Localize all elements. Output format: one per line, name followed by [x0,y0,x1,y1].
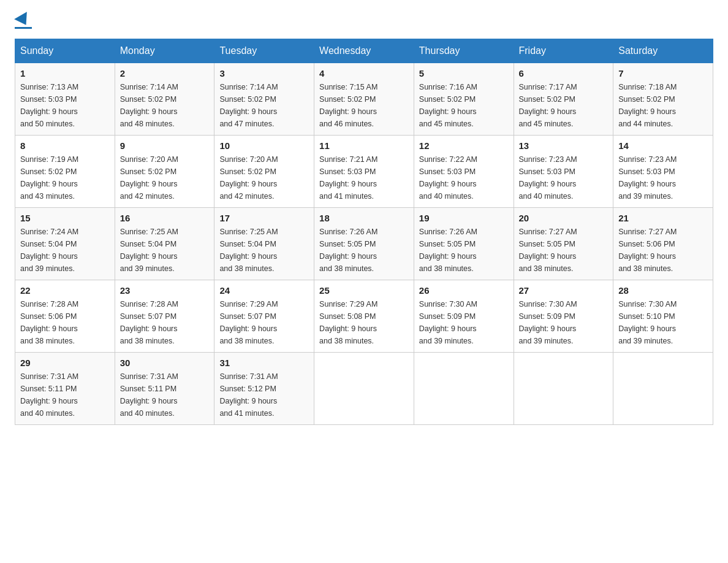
day-number: 21 [618,213,708,223]
day-number: 31 [219,358,309,368]
day-info: Sunrise: 7:25 AMSunset: 5:04 PMDaylight:… [120,226,210,275]
day-number: 7 [618,68,708,79]
day-number: 10 [219,140,309,151]
day-number: 8 [20,140,110,151]
calendar-cell: 29Sunrise: 7:31 AMSunset: 5:11 PMDayligh… [15,353,115,425]
calendar-cell: 30Sunrise: 7:31 AMSunset: 5:11 PMDayligh… [115,353,214,425]
day-info: Sunrise: 7:13 AMSunset: 5:03 PMDaylight:… [20,81,110,130]
logo-triangle-icon [14,12,32,29]
calendar-cell: 24Sunrise: 7:29 AMSunset: 5:07 PMDayligh… [214,280,314,353]
calendar-cell: 27Sunrise: 7:30 AMSunset: 5:09 PMDayligh… [514,280,613,353]
day-info: Sunrise: 7:26 AMSunset: 5:05 PMDaylight:… [319,226,409,275]
day-number: 27 [519,285,609,296]
day-number: 3 [219,68,309,79]
calendar-cell: 9Sunrise: 7:20 AMSunset: 5:02 PMDaylight… [115,136,214,208]
day-number: 4 [319,68,409,79]
day-info: Sunrise: 7:23 AMSunset: 5:03 PMDaylight:… [618,153,708,202]
day-info: Sunrise: 7:25 AMSunset: 5:04 PMDaylight:… [219,226,309,275]
header-tuesday: Tuesday [214,39,314,63]
day-info: Sunrise: 7:29 AMSunset: 5:08 PMDaylight:… [319,298,409,347]
calendar-cell [514,353,613,425]
day-info: Sunrise: 7:29 AMSunset: 5:07 PMDaylight:… [219,298,309,347]
day-number: 13 [519,140,609,151]
calendar-cell: 2Sunrise: 7:14 AMSunset: 5:02 PMDaylight… [115,63,214,136]
calendar-cell: 12Sunrise: 7:22 AMSunset: 5:03 PMDayligh… [414,136,514,208]
calendar-cell: 15Sunrise: 7:24 AMSunset: 5:04 PMDayligh… [15,208,115,280]
day-info: Sunrise: 7:20 AMSunset: 5:02 PMDaylight:… [120,153,210,202]
day-number: 14 [618,140,708,151]
calendar-cell: 26Sunrise: 7:30 AMSunset: 5:09 PMDayligh… [414,280,514,353]
calendar-cell: 4Sunrise: 7:15 AMSunset: 5:02 PMDaylight… [314,63,414,136]
week-row-4: 22Sunrise: 7:28 AMSunset: 5:06 PMDayligh… [15,280,713,353]
day-info: Sunrise: 7:14 AMSunset: 5:02 PMDaylight:… [120,81,210,130]
day-info: Sunrise: 7:23 AMSunset: 5:03 PMDaylight:… [519,153,609,202]
calendar-cell: 10Sunrise: 7:20 AMSunset: 5:02 PMDayligh… [214,136,314,208]
day-number: 15 [20,213,110,223]
header-wednesday: Wednesday [314,39,414,63]
week-row-3: 15Sunrise: 7:24 AMSunset: 5:04 PMDayligh… [15,208,713,280]
day-number: 18 [319,213,409,223]
day-number: 19 [419,213,509,223]
day-info: Sunrise: 7:31 AMSunset: 5:12 PMDaylight:… [219,370,309,419]
day-number: 28 [618,285,708,296]
day-info: Sunrise: 7:27 AMSunset: 5:06 PMDaylight:… [618,226,708,275]
calendar-cell: 7Sunrise: 7:18 AMSunset: 5:02 PMDaylight… [613,63,713,136]
day-number: 26 [419,285,509,296]
logo-text [15,15,32,26]
calendar-cell [414,353,514,425]
day-number: 6 [519,68,609,79]
calendar-cell: 16Sunrise: 7:25 AMSunset: 5:04 PMDayligh… [115,208,214,280]
day-info: Sunrise: 7:21 AMSunset: 5:03 PMDaylight:… [319,153,409,202]
day-number: 11 [319,140,409,151]
day-number: 2 [120,68,210,79]
day-number: 20 [519,213,609,223]
calendar-table: SundayMondayTuesdayWednesdayThursdayFrid… [15,39,713,425]
day-number: 23 [120,285,210,296]
day-info: Sunrise: 7:28 AMSunset: 5:07 PMDaylight:… [120,298,210,347]
calendar-cell: 21Sunrise: 7:27 AMSunset: 5:06 PMDayligh… [613,208,713,280]
calendar-cell: 22Sunrise: 7:28 AMSunset: 5:06 PMDayligh… [15,280,115,353]
calendar-cell: 8Sunrise: 7:19 AMSunset: 5:02 PMDaylight… [15,136,115,208]
day-info: Sunrise: 7:31 AMSunset: 5:11 PMDaylight:… [20,370,110,419]
day-info: Sunrise: 7:15 AMSunset: 5:02 PMDaylight:… [319,81,409,130]
day-number: 16 [120,213,210,223]
day-info: Sunrise: 7:19 AMSunset: 5:02 PMDaylight:… [20,153,110,202]
day-number: 30 [120,358,210,368]
calendar-cell: 31Sunrise: 7:31 AMSunset: 5:12 PMDayligh… [214,353,314,425]
day-number: 17 [219,213,309,223]
calendar-cell: 6Sunrise: 7:17 AMSunset: 5:02 PMDaylight… [514,63,613,136]
logo [15,15,32,29]
day-info: Sunrise: 7:26 AMSunset: 5:05 PMDaylight:… [419,226,509,275]
calendar-cell: 18Sunrise: 7:26 AMSunset: 5:05 PMDayligh… [314,208,414,280]
calendar-cell: 25Sunrise: 7:29 AMSunset: 5:08 PMDayligh… [314,280,414,353]
calendar-cell: 19Sunrise: 7:26 AMSunset: 5:05 PMDayligh… [414,208,514,280]
header-monday: Monday [115,39,214,63]
week-row-2: 8Sunrise: 7:19 AMSunset: 5:02 PMDaylight… [15,136,713,208]
header-row: SundayMondayTuesdayWednesdayThursdayFrid… [15,39,713,63]
page-header [15,15,713,29]
day-number: 12 [419,140,509,151]
day-info: Sunrise: 7:20 AMSunset: 5:02 PMDaylight:… [219,153,309,202]
calendar-header: SundayMondayTuesdayWednesdayThursdayFrid… [15,39,713,63]
calendar-cell: 3Sunrise: 7:14 AMSunset: 5:02 PMDaylight… [214,63,314,136]
week-row-5: 29Sunrise: 7:31 AMSunset: 5:11 PMDayligh… [15,353,713,425]
day-info: Sunrise: 7:14 AMSunset: 5:02 PMDaylight:… [219,81,309,130]
calendar-cell: 28Sunrise: 7:30 AMSunset: 5:10 PMDayligh… [613,280,713,353]
day-number: 5 [419,68,509,79]
calendar-cell: 20Sunrise: 7:27 AMSunset: 5:05 PMDayligh… [514,208,613,280]
day-info: Sunrise: 7:18 AMSunset: 5:02 PMDaylight:… [618,81,708,130]
day-info: Sunrise: 7:30 AMSunset: 5:09 PMDaylight:… [419,298,509,347]
calendar-cell: 11Sunrise: 7:21 AMSunset: 5:03 PMDayligh… [314,136,414,208]
day-info: Sunrise: 7:30 AMSunset: 5:10 PMDaylight:… [618,298,708,347]
calendar-cell: 13Sunrise: 7:23 AMSunset: 5:03 PMDayligh… [514,136,613,208]
header-friday: Friday [514,39,613,63]
day-number: 9 [120,140,210,151]
calendar-cell: 5Sunrise: 7:16 AMSunset: 5:02 PMDaylight… [414,63,514,136]
calendar-cell [613,353,713,425]
day-info: Sunrise: 7:16 AMSunset: 5:02 PMDaylight:… [419,81,509,130]
day-info: Sunrise: 7:27 AMSunset: 5:05 PMDaylight:… [519,226,609,275]
day-info: Sunrise: 7:30 AMSunset: 5:09 PMDaylight:… [519,298,609,347]
day-number: 22 [20,285,110,296]
day-info: Sunrise: 7:24 AMSunset: 5:04 PMDaylight:… [20,226,110,275]
day-info: Sunrise: 7:31 AMSunset: 5:11 PMDaylight:… [120,370,210,419]
